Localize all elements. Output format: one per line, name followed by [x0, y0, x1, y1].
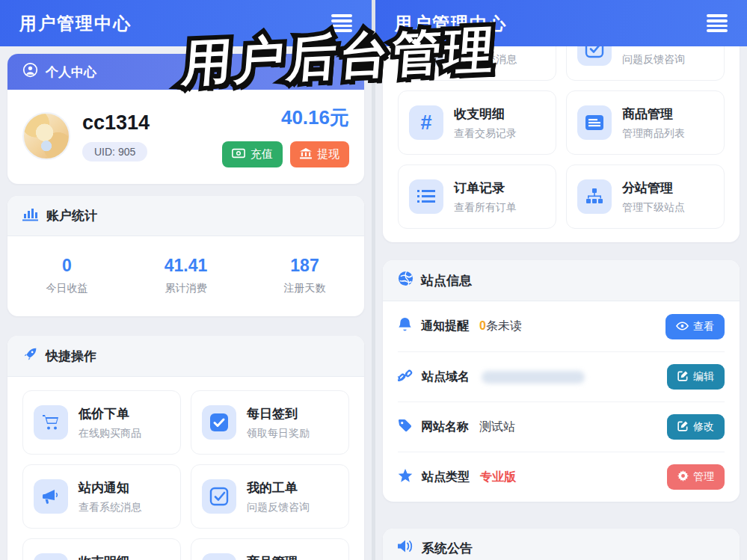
action-site-notice[interactable]: 站内通知 查看系统消息 [398, 46, 556, 81]
profile-info: cc1314 UID: 905 [82, 111, 150, 161]
action-transactions[interactable]: # 收支明细 查看交易记录 [398, 90, 556, 155]
star-icon [398, 469, 413, 486]
row-site-type: 站点类型 专业版 管理 [398, 452, 725, 502]
bank-icon [300, 148, 312, 161]
quick-section-title: 快捷操作 [46, 348, 96, 365]
megaphone-icon [34, 479, 68, 514]
table-icon [577, 105, 612, 140]
check-outline-icon [577, 46, 612, 66]
announce-section-header: 系统公告 [383, 529, 740, 560]
bar-chart-icon [22, 206, 39, 225]
gear-icon [677, 470, 689, 484]
site-type-value: 专业版 [480, 470, 516, 485]
banknote-icon [232, 148, 245, 161]
site-name-value: 测试站 [479, 419, 515, 435]
stat-days-registered: 187 注册天数 [245, 256, 364, 295]
view-button[interactable]: 查看 [665, 314, 725, 339]
speaker-icon [398, 539, 414, 557]
left-phone-screen: 用户管理中心 个人中心 cc1314 UID: 905 40.16元 [0, 0, 372, 560]
sitemap-icon [577, 179, 612, 214]
profile-card: 个人中心 cc1314 UID: 905 40.16元 充值 [7, 54, 364, 184]
link-icon [398, 368, 413, 386]
action-daily-checkin[interactable]: 每日签到 领取每日奖励 [191, 390, 349, 455]
stats-section-header: 账户统计 [7, 196, 364, 236]
username: cc1314 [82, 111, 150, 135]
announcements-card: 系统公告 [383, 529, 740, 560]
person-circle-icon [22, 62, 38, 81]
withdraw-button[interactable]: 提现 [290, 141, 349, 167]
stats-card: 账户统计 0 今日收益 41.41 累计消费 187 注册天数 [7, 196, 364, 316]
profile-section-header: 个人中心 [7, 54, 364, 90]
edit-domain-button[interactable]: 编辑 [667, 364, 725, 390]
site-info-card: 站点信息 通知提醒 0条未读 查看 [383, 260, 740, 502]
profile-body: cc1314 UID: 905 40.16元 充值 [7, 90, 364, 184]
site-section-title: 站点信息 [421, 272, 472, 289]
action-product-manage[interactable]: 商品管理 管理商品列表 [191, 538, 349, 560]
uid-badge: UID: 905 [82, 142, 147, 161]
balance-amount: 40.16元 [281, 105, 349, 131]
hash-icon: # [409, 105, 443, 140]
list-icon [409, 179, 443, 214]
action-transactions[interactable]: # 收支明细 查看交易记录 [22, 538, 181, 560]
hash-icon: # [34, 553, 68, 560]
bell-icon [398, 317, 412, 336]
modify-name-button[interactable]: 修改 [667, 414, 725, 440]
stats-section-title: 账户统计 [46, 207, 97, 224]
check-solid-icon [202, 405, 236, 440]
menu-icon[interactable] [331, 14, 352, 31]
row-site-name: 网站名称 测试站 修改 [398, 401, 725, 452]
recharge-button[interactable]: 充值 [222, 141, 283, 167]
stat-total-spend: 41.41 累计消费 [126, 256, 245, 295]
globe-icon [398, 271, 414, 290]
profile-section-title: 个人中心 [46, 64, 96, 81]
edit-icon [677, 370, 689, 384]
check-outline-icon [202, 479, 236, 514]
edit-icon [677, 420, 689, 434]
megaphone-icon [409, 46, 443, 66]
manage-button[interactable]: 管理 [667, 464, 725, 490]
quick-section-header: 快捷操作 [7, 336, 364, 377]
stat-today-income: 0 今日收益 [7, 256, 126, 295]
unread-count: 0 [479, 319, 486, 332]
action-my-tickets[interactable]: 我的工单 问题反馈咨询 [191, 464, 349, 529]
site-section-header: 站点信息 [383, 260, 740, 301]
eye-icon [676, 321, 689, 333]
rocket-icon [22, 346, 38, 366]
stats-body: 0 今日收益 41.41 累计消费 187 注册天数 [7, 236, 364, 316]
quick-actions-card: 快捷操作 低价下单 在线购买商品 每 [7, 336, 364, 560]
action-product-manage[interactable]: 商品管理 管理商品列表 [566, 90, 725, 155]
balance-block: 40.16元 充值 提现 [222, 105, 349, 167]
quick-actions-grid: 站内通知 查看系统消息 我的工单 问题反馈咨询 # [383, 46, 740, 242]
table-icon [202, 553, 236, 560]
row-site-domain: 站点域名 编辑 [398, 351, 725, 401]
action-substation-manage[interactable]: 分站管理 管理下级站点 [566, 164, 725, 229]
quick-actions-grid: 低价下单 在线购买商品 每日签到 领取每日奖励 [7, 377, 364, 560]
app-title: 用户管理中心 [19, 12, 132, 35]
right-content: 站内通知 查看系统消息 我的工单 问题反馈咨询 # [375, 46, 747, 560]
left-content: 个人中心 cc1314 UID: 905 40.16元 充值 [0, 46, 372, 560]
announce-section-title: 系统公告 [422, 540, 473, 557]
action-my-tickets[interactable]: 我的工单 问题反馈咨询 [566, 46, 725, 81]
blurred-domain-value [482, 371, 585, 384]
avatar[interactable] [22, 112, 70, 160]
menu-icon[interactable] [707, 14, 728, 31]
action-site-notice[interactable]: 站内通知 查看系统消息 [22, 464, 181, 529]
row-notifications: 通知提醒 0条未读 查看 [398, 301, 725, 351]
quick-actions-card-scrolled: 站内通知 查看系统消息 我的工单 问题反馈咨询 # [383, 46, 740, 242]
action-order-history[interactable]: 订单记录 查看所有订单 [398, 164, 556, 229]
app-bar: 用户管理中心 [0, 0, 372, 46]
site-rows: 通知提醒 0条未读 查看 站点域名 [383, 301, 740, 502]
tag-icon [398, 419, 412, 436]
cart-icon [34, 405, 68, 440]
app-bar: 用户管理中心 [375, 0, 747, 46]
right-phone-screen: 用户管理中心 站内通知 查看系统消息 [375, 0, 747, 560]
app-title: 用户管理中心 [395, 12, 507, 35]
action-low-price-order[interactable]: 低价下单 在线购买商品 [22, 390, 181, 455]
